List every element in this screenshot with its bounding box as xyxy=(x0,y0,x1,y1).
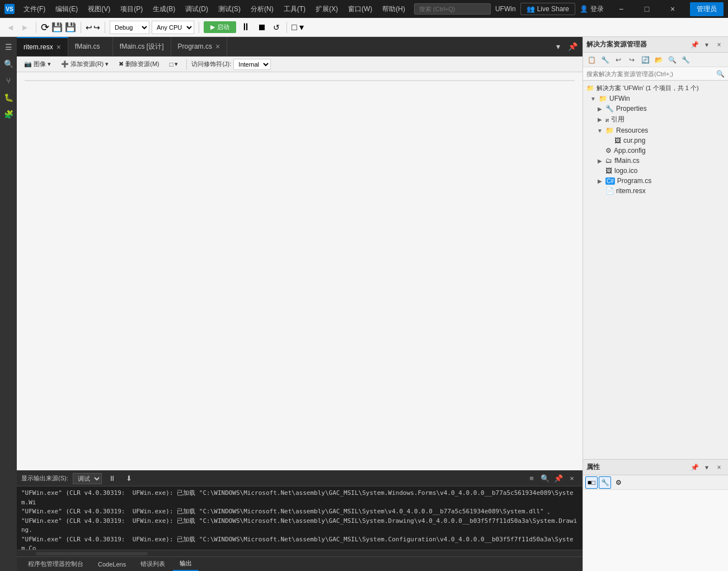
pause-button[interactable]: ⏸ xyxy=(238,21,253,33)
menu-test[interactable]: 测试(S) xyxy=(214,2,245,16)
toolbar-extra-2[interactable]: ▾ xyxy=(299,22,304,32)
bottom-tab-output[interactable]: 输出 xyxy=(173,557,199,571)
debug-mode-select[interactable]: Debug Release xyxy=(110,21,149,34)
tab-ritem-resx[interactable]: ritem.resx × xyxy=(17,37,68,56)
tab-program-cs[interactable]: Program.cs × xyxy=(171,37,228,56)
props-categorized-button[interactable]: ■□ xyxy=(585,476,598,489)
maximize-button[interactable]: □ xyxy=(634,0,660,18)
activity-extensions[interactable]: 🧩 xyxy=(1,106,16,122)
delete-resource-button[interactable]: ✖ 删除资源(M) xyxy=(115,58,163,70)
output-find-button[interactable]: 🔍 xyxy=(539,472,551,485)
title-search-box[interactable] xyxy=(414,3,491,15)
solution-close-button[interactable]: × xyxy=(713,39,725,50)
add-resource-button[interactable]: ➕ 添加资源(R) ▾ xyxy=(57,58,112,70)
live-share-button[interactable]: 👥 Live Share xyxy=(520,3,575,15)
output-horizontal-scrollbar[interactable] xyxy=(17,550,583,556)
output-source-select[interactable]: 调试 生成 xyxy=(73,473,102,484)
props-alphabetical-button[interactable]: 🔧 xyxy=(599,476,611,489)
menu-extensions[interactable]: 扩展(X) xyxy=(311,2,342,16)
menu-project[interactable]: 项目(P) xyxy=(116,2,147,16)
activity-debug[interactable]: 🐛 xyxy=(1,90,16,105)
activity-explorer[interactable]: ☰ xyxy=(1,39,16,55)
menu-build[interactable]: 生成(B) xyxy=(148,2,180,16)
output-pin-button[interactable]: 📌 xyxy=(552,472,565,485)
restart-button[interactable]: ↺ xyxy=(271,23,282,32)
nav-back-button[interactable]: ◀ xyxy=(3,21,17,34)
access-modifier-select[interactable]: Internal Public xyxy=(233,59,271,70)
tab-fmain-design[interactable]: fMain.cs [设计] xyxy=(113,37,171,56)
menu-view[interactable]: 视图(V) xyxy=(83,2,115,16)
toolbar-undo[interactable]: ↩ xyxy=(86,23,92,32)
tabs-overflow-button[interactable]: ▾ xyxy=(551,40,565,53)
solution-tool-2[interactable]: 🔧 xyxy=(599,54,611,66)
solution-tool-8[interactable]: 🔧 xyxy=(679,54,692,66)
menu-window[interactable]: 窗口(W) xyxy=(344,2,377,16)
properties-pin-button[interactable]: 📌 xyxy=(689,462,700,473)
tree-item-ufwin[interactable]: ▼ 📁 UFWin xyxy=(583,93,728,104)
tree-item-curpng[interactable]: 🖼 cur.png xyxy=(583,135,728,146)
tree-item-resources[interactable]: ▼ 📁 Resources xyxy=(583,125,728,135)
menu-edit[interactable]: 编辑(E) xyxy=(51,2,82,16)
tree-solution-root[interactable]: 📁 解决方案 'UFWin' (1 个项目，共 1 个) xyxy=(583,83,728,93)
solution-tool-6[interactable]: 📂 xyxy=(652,54,665,66)
tab-ritem-resx-close[interactable]: × xyxy=(57,43,61,51)
tab-fmain-design-label: fMain.cs [设计] xyxy=(120,42,164,52)
tab-program-cs-close[interactable]: × xyxy=(215,43,220,50)
properties-icon: 🔧 xyxy=(605,105,614,113)
cpu-target-select[interactable]: Any CPU x86 x64 xyxy=(152,21,194,34)
solution-dropdown-button[interactable]: ▾ xyxy=(701,39,712,50)
nav-forward-button[interactable]: ▶ xyxy=(18,21,31,34)
solution-tool-1[interactable]: 📋 xyxy=(585,54,598,66)
tree-item-programcs[interactable]: ▶ C# Program.cs xyxy=(583,176,728,186)
menu-file[interactable]: 文件(F) xyxy=(19,2,50,16)
stop-button[interactable]: ⏹ xyxy=(255,22,269,32)
toolbar-icon-save[interactable]: 💾 xyxy=(51,22,63,32)
resources-expand-icon: ▼ xyxy=(597,127,603,134)
menu-help[interactable]: 帮助(H) xyxy=(378,2,410,16)
activity-source-control[interactable]: ⑂ xyxy=(1,73,16,88)
title-search-input[interactable] xyxy=(414,3,491,15)
menu-tools[interactable]: 工具(T) xyxy=(279,2,310,16)
tree-item-references[interactable]: ▶ и 引用 xyxy=(583,114,728,125)
menu-debug[interactable]: 调试(D) xyxy=(181,2,213,16)
start-button[interactable]: ▶ 启动 xyxy=(204,21,236,33)
close-button[interactable]: × xyxy=(660,0,685,18)
output-action-2[interactable]: ⬇ xyxy=(123,472,135,485)
solution-pin-button[interactable]: 📌 xyxy=(689,39,700,50)
solution-tool-7[interactable]: 🔍 xyxy=(666,54,678,66)
toolbar-redo[interactable]: ↪ xyxy=(93,23,100,32)
toolbar-extra-1[interactable]: □ xyxy=(292,22,297,32)
properties-label: Properties xyxy=(616,105,647,113)
bottom-tab-package[interactable]: 程序包管理器控制台 xyxy=(21,558,90,570)
login-button[interactable]: 👤 登录 xyxy=(580,4,604,14)
tree-item-logoico[interactable]: 🖼 logo.ico xyxy=(583,166,728,176)
tree-item-fmaincs[interactable]: ▶ 🗂 fMain.cs xyxy=(583,156,728,166)
minimize-button[interactable]: − xyxy=(608,0,634,18)
tree-item-ritemresx[interactable]: 📄 ritem.resx xyxy=(583,186,728,196)
toolbar-icon-saveall[interactable]: 💾 xyxy=(65,22,76,32)
layout-button[interactable]: □ ▾ xyxy=(166,59,182,69)
tree-item-appconfig[interactable]: ⚙ App.config xyxy=(583,146,728,156)
bottom-tab-codelens[interactable]: CodeLens xyxy=(91,559,133,570)
props-events-button[interactable]: ⚙ xyxy=(612,476,624,489)
solution-tool-4[interactable]: ↪ xyxy=(626,54,638,66)
tab-fmain-cs[interactable]: fMain.cs xyxy=(68,37,113,56)
solution-search-input[interactable] xyxy=(586,71,714,77)
tabs-pin-button[interactable]: 📌 xyxy=(566,40,579,53)
bottom-tab-errors[interactable]: 错误列表 xyxy=(134,558,172,570)
output-close-button[interactable]: × xyxy=(566,472,578,485)
solution-tool-3[interactable]: ↩ xyxy=(612,54,624,66)
menu-analyze[interactable]: 分析(N) xyxy=(246,2,278,16)
manage-button[interactable]: 管理员 xyxy=(690,2,724,16)
properties-close-button[interactable]: × xyxy=(713,462,725,473)
solution-tool-5[interactable]: 🔄 xyxy=(639,54,651,66)
ritemresx-expand-icon xyxy=(597,188,603,194)
output-wrap-button[interactable]: ≡ xyxy=(525,472,538,485)
tree-item-properties[interactable]: ▶ 🔧 Properties xyxy=(583,104,728,114)
activity-search[interactable]: 🔍 xyxy=(1,56,16,72)
properties-dropdown-button[interactable]: ▾ xyxy=(701,462,712,473)
output-action-1[interactable]: ⏸ xyxy=(106,472,119,485)
toolbar-icon-refresh[interactable]: ⟳ xyxy=(41,21,49,34)
solution-search-box[interactable]: 🔍 xyxy=(583,67,728,81)
image-resource-button[interactable]: 📷 图像 ▾ xyxy=(20,58,55,70)
